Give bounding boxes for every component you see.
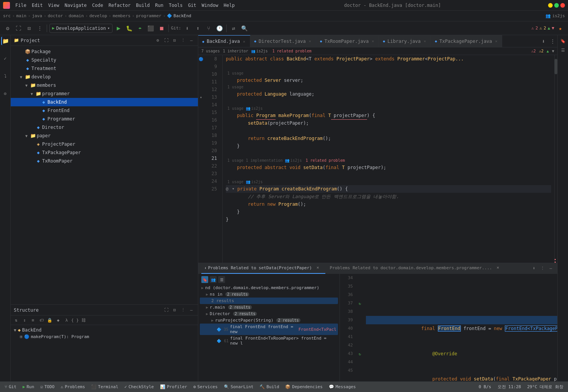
tab-library[interactable]: ◆ Library.java ✕ [379, 35, 431, 47]
run-config-dropdown[interactable]: ▶ DevelopApplication ▾ [49, 24, 113, 33]
people-group-icon[interactable]: 👥 [210, 276, 217, 283]
tree-item-paper[interactable]: ▼ 📁 paper [11, 132, 198, 140]
link-icon[interactable]: ⛓ [80, 316, 87, 324]
find-item-rmain[interactable]: ▶ r.main 2 results [200, 304, 338, 311]
bottom-tab-setdata[interactable]: ⬇ Problems Related to setData(ProjectPap… [201, 263, 325, 274]
git-history[interactable]: 🕐 [215, 24, 224, 33]
dependencies-status[interactable]: 📦 Dependencies [284, 384, 324, 390]
more-icon[interactable]: ⋮ [35, 24, 44, 33]
find-item-61[interactable]: 🔷 61 final FrontEnd<TxRoomPaper> frontEn… [200, 335, 338, 346]
close-button[interactable]: ✕ [560, 3, 565, 8]
tab-library-close[interactable]: ✕ [423, 39, 427, 44]
find-item-nsin[interactable]: ▶ ns in 2 results [200, 291, 338, 298]
breadcrumb-programmer[interactable]: programmer [136, 13, 161, 18]
profile-button[interactable]: ⬛ [146, 24, 155, 33]
breadcrumb-src[interactable]: src [3, 13, 11, 18]
panel-close-icon[interactable]: — [188, 37, 195, 44]
settings-icon[interactable]: ★ [556, 24, 565, 33]
find-item-2results[interactable]: 2 results [200, 298, 338, 304]
menu-view[interactable]: View [46, 2, 62, 9]
code-icon[interactable]: { } [71, 316, 79, 324]
breadcrumb-java[interactable]: java [32, 13, 42, 18]
structure-more-icon[interactable]: ⋮ [180, 307, 186, 314]
menu-refactor[interactable]: Refactor [106, 2, 133, 9]
tree-item-programmer[interactable]: ▼ 📁 programmer [11, 89, 198, 98]
pull-requests-icon[interactable]: ⤵ [1, 72, 10, 80]
scrollbar-thumb[interactable] [555, 59, 557, 74]
tree-item-develop[interactable]: ▼ 📁 develop [11, 73, 198, 81]
bottom-more-icon[interactable]: ⋮ [539, 265, 546, 272]
panel-settings-icon[interactable]: ⚙ [154, 37, 161, 44]
find-item-runprojectpaper[interactable]: ▶ runProjectPaper(String) 2 results [200, 317, 338, 324]
maximize-button[interactable]: □ [554, 3, 559, 8]
tree-item-package[interactable]: 📦 Package [11, 47, 198, 56]
git-update[interactable]: ⬇ [183, 24, 192, 33]
find-item-nd[interactable]: ▶ nd (doctor.domain.develop.members.prog… [200, 285, 338, 291]
tab-directortest[interactable]: ◆ DirectorTest.java ✕ [250, 35, 316, 47]
breadcrumb-main[interactable]: main [16, 13, 27, 18]
translate-icon[interactable]: ⇄ [229, 24, 238, 33]
people-icon[interactable]: 👥 [545, 13, 551, 18]
editor-scrollbar[interactable] [554, 55, 557, 263]
structure-expand-icon[interactable]: ⛶ [163, 307, 170, 314]
struct-root[interactable]: ▼ ◆ BackEnd [12, 327, 196, 333]
git-status[interactable]: ⑂ Git [3, 384, 18, 390]
build-status[interactable]: 🔨 Build [258, 384, 281, 390]
bookmarks-right-icon[interactable]: 🔖 [559, 37, 567, 45]
structure-shrink-icon[interactable]: ⊡ [171, 307, 178, 314]
problems-status[interactable]: ⚠ Problems [59, 384, 87, 390]
tab-txroompaper-close[interactable]: ✕ [371, 39, 375, 44]
tab-backend-close[interactable]: ✕ [242, 39, 246, 44]
checkstyle-status[interactable]: ✓ CheckStyle [123, 384, 155, 390]
stop-button[interactable]: ⏹ [157, 24, 166, 33]
git-push[interactable]: ⬆ [193, 24, 202, 33]
breadcrumb-doctor[interactable]: doctor [48, 13, 63, 18]
coverage-button[interactable]: ☂ [135, 24, 145, 33]
tree-item-director[interactable]: ◆ Director [11, 123, 198, 132]
bookmark-icon[interactable]: ⚙ [3, 24, 12, 33]
debug-button[interactable]: 🐛 [125, 24, 134, 33]
menu-build[interactable]: Build [134, 2, 152, 9]
find-item-35[interactable]: 🔷 35 final FrontEnd frontEnd = new Front… [200, 324, 338, 335]
run-button[interactable]: ▶ [114, 24, 123, 33]
shrink-icon[interactable]: ⊡ [24, 24, 34, 33]
run-status[interactable]: ▶ Run [21, 384, 36, 390]
bottom-tab-setdata-close[interactable]: ✕ [313, 263, 322, 273]
structure-icon[interactable]: ☰ [218, 276, 225, 283]
menu-tools[interactable]: Tools [166, 2, 185, 9]
breadcrumb-members[interactable]: members [113, 13, 130, 18]
bottom-nav-down[interactable]: ⬇ [530, 265, 537, 272]
filter-icon[interactable]: ≡ [29, 316, 37, 324]
profiler-status[interactable]: 📊 Profiler [158, 384, 189, 390]
menu-window[interactable]: Window [199, 2, 220, 9]
gutter-collapse-13[interactable]: ▾ [200, 93, 202, 101]
tab-backend[interactable]: ◆ BackEnd.java ✕ [198, 35, 250, 47]
search-button[interactable]: 🔍 [240, 24, 249, 33]
bottom-close-icon[interactable]: — [547, 265, 554, 272]
structure-right-icon[interactable]: ☰ [559, 46, 567, 54]
services-status[interactable]: ⚙ Services [192, 384, 219, 390]
tab-txpackagepaper-close[interactable]: ✕ [494, 39, 498, 44]
todo-status[interactable]: ☑ TODO [39, 384, 56, 390]
tab-txroompaper[interactable]: ◆ TxRoomPaper.java ✕ [316, 35, 379, 47]
tree-item-txroompaper[interactable]: ◆ TxRoomPaper [11, 157, 198, 165]
tab-txpackagepaper[interactable]: ◆ TxPackagePaper.java ✕ [431, 35, 502, 47]
github-icon[interactable]: ⊙ [1, 89, 10, 98]
menu-edit[interactable]: Edit [29, 2, 45, 9]
up-nav-icon[interactable]: ▲ [547, 49, 549, 53]
tree-item-programmer-class[interactable]: ◆ Programmer [11, 115, 198, 123]
struct-makeprogram[interactable]: ⊞ 🔵 makeProgram(T): Program [12, 333, 196, 340]
tree-item-txpackagepaper[interactable]: ◆ TxPackagePaper [11, 148, 198, 157]
menu-file[interactable]: File [13, 2, 29, 9]
minimize-button[interactable]: — [548, 3, 553, 8]
messages-status[interactable]: 💬 Messages [327, 384, 357, 390]
find-item-director[interactable]: ▶ Director 2 results [200, 311, 338, 317]
panel-more-icon[interactable]: ⋮ [180, 37, 186, 44]
sonarlint-status[interactable]: 🔍 SonarLint [222, 384, 255, 390]
lock-icon[interactable]: 🔒 [46, 316, 54, 324]
breadcrumb-develop[interactable]: develop [90, 13, 107, 18]
project-icon[interactable]: 📁 [1, 37, 10, 45]
diamond-icon[interactable]: ◆ [54, 316, 62, 324]
sort-type-icon[interactable]: ↕ [21, 316, 28, 324]
terminal-status[interactable]: ⬛ Terminal [90, 384, 120, 390]
